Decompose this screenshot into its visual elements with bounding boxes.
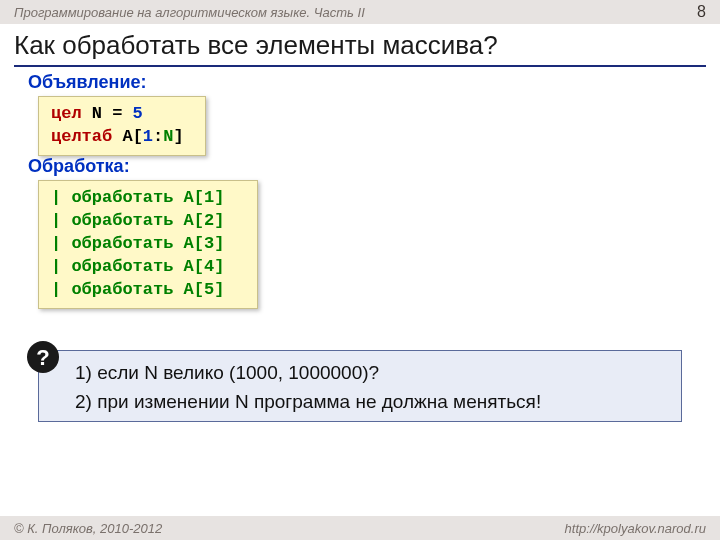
page-title: Как обработать все элементы массива?	[14, 30, 706, 67]
label-processing: Обработка:	[28, 156, 130, 177]
code-line: | обработать A[4]	[51, 256, 245, 279]
label-declaration: Объявление:	[28, 72, 147, 93]
question-line: 1) если N велико (1000, 1000000)?	[75, 359, 663, 388]
code-text: [	[133, 127, 143, 146]
code-declaration: цел N = 5 целтаб A[1:N]	[38, 96, 206, 156]
keyword-arr: целтаб	[51, 127, 112, 146]
code-text: :	[153, 127, 163, 146]
code-line: | обработать A[3]	[51, 233, 245, 256]
code-line: | обработать A[1]	[51, 187, 245, 210]
keyword-int: цел	[51, 104, 82, 123]
page-number: 8	[697, 3, 706, 21]
breadcrumb: Программирование на алгоритмическом язык…	[14, 5, 697, 20]
code-var: N	[163, 127, 173, 146]
code-text: ]	[173, 127, 183, 146]
question-callout: ? 1) если N велико (1000, 1000000)? 2) п…	[38, 350, 682, 422]
code-text: A	[112, 127, 132, 146]
question-mark-icon: ?	[27, 341, 59, 373]
top-bar: Программирование на алгоритмическом язык…	[0, 0, 720, 24]
code-number: 1	[143, 127, 153, 146]
code-processing: | обработать A[1] | обработать A[2] | об…	[38, 180, 258, 309]
code-line: | обработать A[5]	[51, 279, 245, 302]
code-line: цел N = 5	[51, 103, 193, 126]
slide: Программирование на алгоритмическом язык…	[0, 0, 720, 540]
code-line: целтаб A[1:N]	[51, 126, 193, 149]
code-line: | обработать A[2]	[51, 210, 245, 233]
code-number: 5	[122, 104, 142, 123]
question-line: 2) при изменении N программа не должна м…	[75, 388, 663, 417]
copyright: © К. Поляков, 2010-2012	[14, 521, 565, 536]
code-text: N	[82, 104, 113, 123]
footer-bar: © К. Поляков, 2010-2012 http://kpolyakov…	[0, 516, 720, 540]
footer-url: http://kpolyakov.narod.ru	[565, 521, 706, 536]
code-text: =	[112, 104, 122, 123]
